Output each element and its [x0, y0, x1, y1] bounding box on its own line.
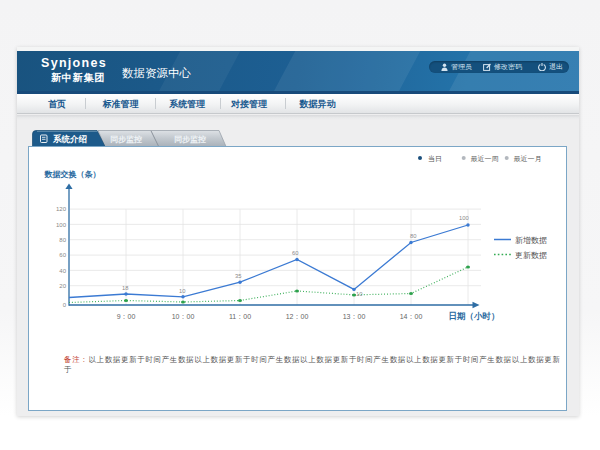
svg-text:最近一周: 最近一周 [471, 155, 499, 162]
svg-text:11：00: 11：00 [229, 313, 251, 320]
svg-text:40: 40 [59, 268, 66, 274]
svg-text:10: 10 [179, 288, 185, 294]
svg-text:当日: 当日 [428, 155, 442, 163]
svg-text:60: 60 [59, 252, 66, 258]
svg-text:新增数据: 新增数据 [515, 236, 547, 245]
svg-text:数据交换（条）: 数据交换（条） [44, 170, 101, 179]
svg-text:100: 100 [459, 215, 469, 221]
svg-text:60: 60 [292, 250, 298, 256]
svg-text:10：00: 10：00 [172, 313, 195, 320]
svg-text:13：00: 13：00 [343, 313, 366, 320]
svg-text:80: 80 [410, 233, 416, 239]
svg-text:日期（小时）: 日期（小时） [449, 311, 500, 321]
svg-text:20: 20 [59, 283, 66, 289]
svg-text:同步监控: 同步监控 [110, 135, 142, 144]
svg-text:系统介绍: 系统介绍 [52, 134, 88, 144]
svg-text:同步监控: 同步监控 [174, 135, 206, 144]
svg-text:9：00: 9：00 [117, 313, 136, 320]
svg-text:10: 10 [356, 291, 362, 297]
svg-text:更新数据: 更新数据 [515, 251, 547, 260]
svg-text:18: 18 [122, 285, 128, 291]
svg-text:35: 35 [235, 273, 241, 279]
svg-text:12：00: 12：00 [286, 313, 309, 320]
svg-text:最近一月: 最近一月 [514, 155, 542, 163]
svg-text:14：00: 14：00 [400, 313, 423, 320]
svg-text:120: 120 [56, 206, 67, 212]
svg-text:0: 0 [63, 302, 67, 308]
svg-text:100: 100 [56, 222, 67, 228]
svg-text:80: 80 [59, 237, 66, 243]
